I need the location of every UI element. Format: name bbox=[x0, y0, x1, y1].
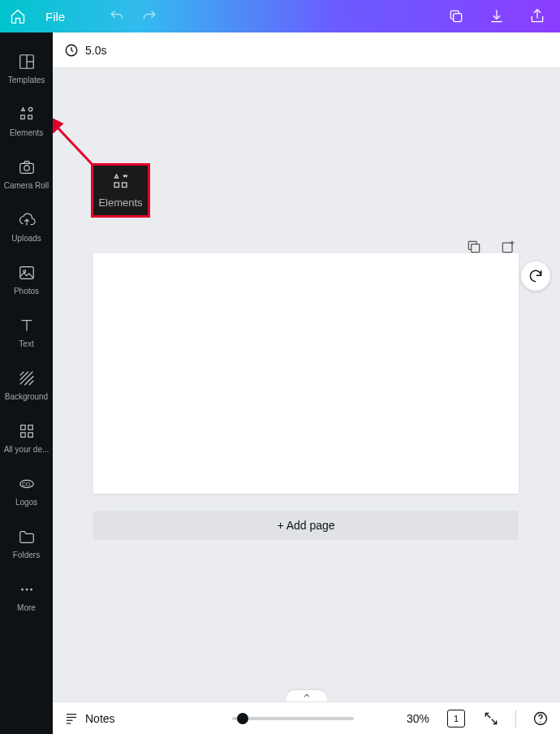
logos-icon: CO. bbox=[18, 475, 36, 493]
svg-rect-16 bbox=[20, 425, 25, 430]
sidebar-item-label: Templates bbox=[2, 76, 52, 84]
sidebar-item-templates[interactable]: Templates bbox=[0, 42, 53, 95]
notes-label: Notes bbox=[85, 712, 115, 725]
sidebar-item-elements[interactable]: Elements bbox=[0, 95, 53, 148]
sidebar-item-photos[interactable]: Photos bbox=[0, 253, 53, 306]
folders-icon bbox=[18, 528, 36, 546]
svg-line-15 bbox=[28, 381, 33, 386]
sidebar-item-label: Logos bbox=[2, 498, 52, 507]
svg-rect-18 bbox=[20, 433, 25, 438]
undo-button[interactable] bbox=[106, 5, 128, 28]
zoom-slider-thumb[interactable] bbox=[237, 713, 248, 724]
svg-rect-17 bbox=[28, 425, 32, 430]
sidebar-item-label: Elements bbox=[2, 128, 52, 137]
sidebar-item-logos[interactable]: CO. Logos bbox=[0, 464, 53, 517]
svg-rect-27 bbox=[122, 183, 127, 188]
svg-rect-9 bbox=[19, 267, 33, 279]
svg-rect-29 bbox=[472, 244, 480, 253]
sidebar-item-label: Photos bbox=[2, 287, 52, 296]
sidebar-item-label: Text bbox=[2, 339, 52, 348]
sidebar-item-uploads[interactable]: Uploads bbox=[0, 201, 53, 253]
svg-point-22 bbox=[21, 589, 24, 591]
camera-icon bbox=[18, 158, 36, 176]
sidebar-item-label: Folders bbox=[2, 550, 52, 559]
help-button[interactable] bbox=[532, 710, 549, 727]
uploads-icon bbox=[18, 211, 36, 229]
duration-value: 5.0s bbox=[85, 44, 106, 57]
svg-line-14 bbox=[24, 376, 33, 385]
templates-icon bbox=[18, 53, 36, 71]
duration-bar[interactable]: 5.0s bbox=[53, 32, 560, 68]
page-tray-handle[interactable] bbox=[286, 690, 327, 702]
svg-rect-19 bbox=[28, 433, 32, 438]
zoom-slider[interactable] bbox=[232, 717, 354, 720]
svg-point-24 bbox=[30, 589, 32, 591]
sidebar-item-text[interactable]: Text bbox=[0, 306, 53, 359]
share-button[interactable] bbox=[526, 5, 549, 28]
zoom-value[interactable]: 30% bbox=[407, 712, 429, 725]
sidebar-item-label: Uploads bbox=[2, 234, 52, 243]
notes-button[interactable]: Notes bbox=[64, 711, 115, 726]
sidebar-item-all-designs[interactable]: All your de... bbox=[0, 412, 53, 464]
redo-button[interactable] bbox=[138, 5, 161, 28]
svg-line-28 bbox=[55, 125, 93, 166]
notes-icon bbox=[64, 711, 79, 726]
svg-line-11 bbox=[19, 372, 24, 376]
svg-point-10 bbox=[23, 270, 25, 273]
sidebar: Templates Elements Camera Roll Uploads P… bbox=[0, 32, 53, 734]
svg-point-32 bbox=[540, 721, 541, 722]
svg-rect-5 bbox=[20, 115, 24, 119]
annotation-callout: Elements bbox=[91, 163, 150, 218]
more-icon bbox=[18, 581, 36, 598]
elements-icon bbox=[18, 106, 36, 123]
download-button[interactable] bbox=[485, 5, 508, 28]
design-canvas[interactable] bbox=[93, 253, 519, 494]
annotation-label: Elements bbox=[98, 196, 142, 209]
clock-icon bbox=[64, 43, 79, 58]
sidebar-item-folders[interactable]: Folders bbox=[0, 517, 53, 570]
svg-line-12 bbox=[19, 372, 28, 380]
photos-icon bbox=[18, 264, 36, 282]
elements-icon bbox=[111, 172, 131, 192]
svg-rect-6 bbox=[28, 115, 32, 119]
svg-rect-26 bbox=[114, 183, 119, 188]
sidebar-item-label: More bbox=[2, 603, 52, 612]
fullscreen-button[interactable] bbox=[483, 710, 499, 727]
svg-point-8 bbox=[24, 166, 28, 171]
add-page-button[interactable]: + Add page bbox=[93, 511, 519, 540]
svg-point-4 bbox=[28, 107, 32, 111]
top-header: File bbox=[0, 0, 560, 32]
sidebar-item-background[interactable]: Background bbox=[0, 359, 53, 412]
sidebar-item-camera-roll[interactable]: Camera Roll bbox=[0, 148, 53, 201]
file-menu[interactable]: File bbox=[39, 6, 71, 27]
sidebar-item-label: All your de... bbox=[2, 445, 52, 454]
sidebar-item-more[interactable]: More bbox=[0, 570, 53, 623]
sidebar-item-label: Camera Roll bbox=[2, 181, 52, 190]
svg-text:CO.: CO. bbox=[22, 481, 32, 487]
svg-point-23 bbox=[25, 589, 28, 591]
svg-rect-0 bbox=[454, 14, 462, 22]
refresh-button[interactable] bbox=[521, 261, 550, 291]
footer-bar: Notes 30% 1 bbox=[53, 702, 560, 734]
text-icon bbox=[18, 317, 36, 335]
svg-rect-30 bbox=[502, 243, 512, 253]
copy-button[interactable] bbox=[445, 5, 467, 28]
all-designs-icon bbox=[18, 422, 36, 440]
page-number-button[interactable]: 1 bbox=[447, 710, 465, 728]
home-button[interactable] bbox=[6, 5, 29, 28]
sidebar-item-label: Background bbox=[2, 392, 52, 401]
background-icon bbox=[18, 369, 36, 387]
